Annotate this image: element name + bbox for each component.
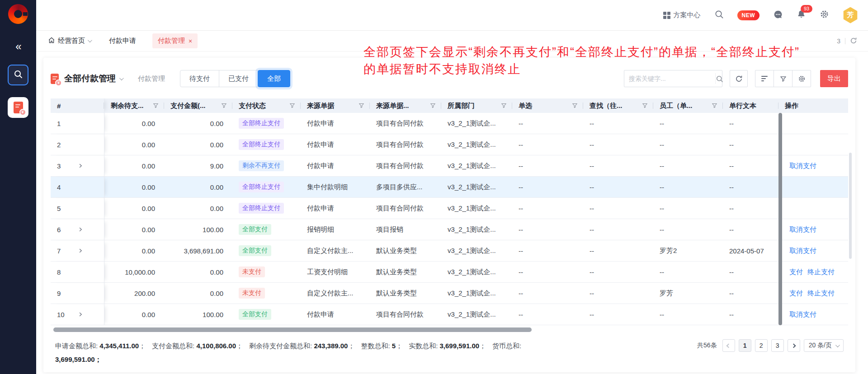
table-row[interactable]: 810,000.000.00未支付工资支付明细默认业务类型v3_2_1测试企..… [51,262,848,283]
table-vertical-scrollbar[interactable] [778,113,782,325]
summary-separator: ； [348,342,354,350]
cell-employee: -- [653,304,723,325]
summary-totals: 申请金额总和: 4,345,411.00；支付金额总和: 4,100,806.0… [55,339,528,366]
refresh-button[interactable] [730,70,748,87]
search-icon[interactable] [715,73,723,84]
search-input[interactable] [624,75,715,82]
refresh-tabs-icon[interactable] [850,37,857,46]
cell-radio: -- [512,198,583,219]
column-settings-button[interactable] [792,70,811,87]
cell-radio: -- [512,304,583,325]
column-header[interactable]: 所属部门 [441,98,512,113]
cell-lookup: -- [583,198,653,219]
table-row[interactable]: 30.009.00剩余不再支付付款申请项目有合同付款v3_2_1测试企...--… [51,155,848,177]
summary-item: 剩余待支付金额总和: 243,389.00； [249,342,354,350]
topbar: 方案中心 NEW 93 芳 [36,0,868,31]
column-header: 单行文本 [723,98,778,113]
table-row[interactable]: 50.000.00全部终止支付付款申请项目有合同付款v3_2_1测试企...--… [51,198,848,219]
view-selector[interactable]: 全部付款管理 [64,73,123,84]
row-action-link[interactable]: 终止支付 [807,289,835,298]
filter-icon[interactable] [359,102,364,110]
row-index: 7 [57,247,78,255]
table-row[interactable]: 70.003,698,691.00全部支付自定义付款主...默认业务类型v3_2… [51,240,848,262]
sidebar-item-payment-module[interactable]: ¥ [8,97,28,118]
filter-icon[interactable] [221,102,227,110]
column-header[interactable]: 查找（往... [583,98,653,113]
cell-dept: v3_2_1测试企... [441,262,512,283]
filter-icon[interactable] [430,102,436,110]
column-header[interactable]: 支付金额(... [164,98,232,113]
solution-center-button[interactable]: 方案中心 [663,11,701,19]
cell-amount: 9.00 [164,155,232,177]
next-page-button[interactable] [788,339,800,352]
expand-row-icon[interactable] [78,312,83,317]
column-header[interactable]: 单选 [512,98,583,113]
table-row[interactable]: 10.000.00全部终止支付付款申请项目有合同付款v3_2_1测试企...--… [51,113,848,134]
new-badge[interactable]: NEW [737,10,760,20]
cell-remaining: 0.00 [104,155,164,177]
messages-icon[interactable] [773,9,783,21]
row-action-link[interactable]: 取消支付 [789,162,816,170]
breadcrumb-home[interactable]: 经营首页 [48,37,91,45]
notifications-button[interactable]: 93 [797,9,806,21]
tab-payment-management[interactable]: 付款管理 × [152,33,198,48]
filter-icon[interactable] [289,102,295,110]
column-label: 来源单据... [376,102,409,110]
row-action-link[interactable]: 支付 [789,289,803,298]
page-button-2[interactable]: 2 [755,339,768,352]
page-button-1[interactable]: 1 [739,339,751,352]
row-index-cell: 9 [51,283,104,304]
page-size-select[interactable]: 20 条/页 [804,339,844,352]
table-row[interactable]: 40.000.00全部终止支付集中付款明细多项目多供应...v3_2_1测试企.… [51,177,848,198]
sidebar-item-search[interactable] [8,65,28,85]
collapse-sidebar-icon[interactable]: « [15,41,20,52]
settings-gear-icon[interactable] [820,9,829,21]
avatar[interactable]: 芳 [843,7,858,23]
filter-icon[interactable] [501,102,507,110]
row-action-link[interactable]: 取消支付 [789,247,816,255]
table-row[interactable]: 9200.000.00未支付自定义付款主...默认业务类型v3_2_1测试企..… [51,283,848,304]
tab-payment-request[interactable]: 付款申请 [109,37,136,45]
expand-row-icon[interactable] [78,248,83,253]
expand-row-icon[interactable] [78,163,83,168]
column-header[interactable]: 来源单据 [301,98,370,113]
cell-employee: -- [653,134,723,155]
row-action-link[interactable]: 支付 [789,268,803,276]
page-vertical-scrollbar[interactable] [849,153,852,259]
status-badge: 全部终止支付 [239,203,284,214]
row-action-link[interactable]: 终止支付 [807,268,835,276]
filter-icon[interactable] [572,102,578,110]
row-action-link[interactable]: 取消支付 [789,310,816,319]
segment-paid[interactable]: 已支付 [219,70,258,87]
table-row[interactable]: 60.00100.00全部支付报销明细项目报销v3_2_1测试企...-----… [51,219,848,240]
filter-icon[interactable] [153,102,159,110]
row-action-link[interactable]: 取消支付 [789,225,816,234]
filter-icon[interactable] [712,102,717,110]
prev-page-button[interactable] [722,339,735,352]
summary-value: 4,345,411.00 [99,342,139,350]
cell-radio: -- [512,177,583,198]
page-button-3[interactable]: 3 [771,339,784,352]
global-search-icon[interactable] [714,9,724,21]
column-header[interactable]: 员工（单... [653,98,723,113]
summary-label: 支付金额总和: [152,342,196,350]
expand-row-icon[interactable] [78,227,83,232]
column-header[interactable]: 来源单据... [370,98,441,113]
cell-actions: 支付终止支付 [778,262,863,283]
table-row[interactable]: 20.000.00全部终止支付付款申请项目有合同付款v3_2_1测试企...--… [51,134,848,155]
export-button[interactable]: 导出 [820,70,848,87]
close-tab-icon[interactable]: × [189,39,192,43]
toolbar-actions: 导出 [624,70,848,87]
cell-status: 全部终止支付 [232,177,301,198]
cell-status: 全部支付 [232,304,301,325]
column-header[interactable]: 支付状态 [232,98,301,113]
table-horizontal-scrollbar[interactable] [53,327,532,332]
column-header[interactable]: 剩余待支... [104,98,164,113]
filter-button[interactable] [774,70,793,87]
table-row[interactable]: 100.00100.00全部支付付款申请项目有合同付款v3_2_1测试企...-… [51,304,848,325]
segment-pending[interactable]: 待支付 [180,70,219,87]
summary-value: 5 [392,342,396,350]
sort-button[interactable] [755,70,774,87]
filter-icon[interactable] [642,102,648,110]
segment-all[interactable]: 全部 [258,70,290,87]
